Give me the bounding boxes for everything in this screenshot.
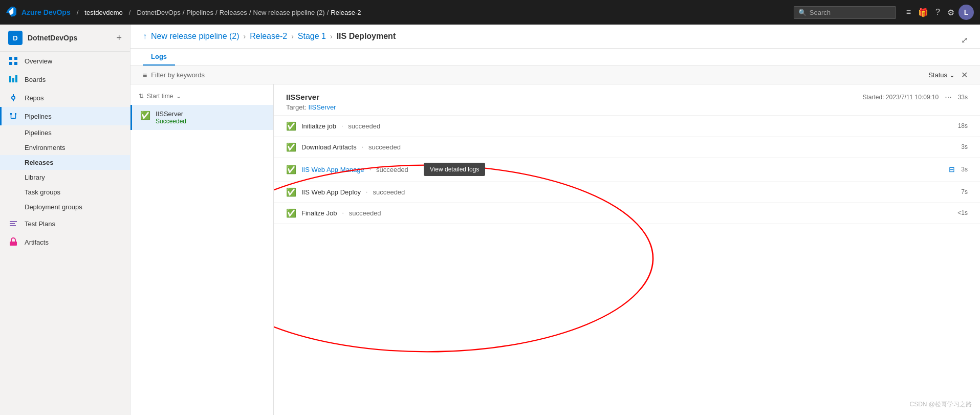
task-name-iis-deploy: IIS Web App Deploy xyxy=(301,188,361,196)
task-name-download: Download Artifacts xyxy=(301,143,357,151)
svg-rect-14 xyxy=(10,242,17,246)
breadcrumb-pipelines[interactable]: Pipelines xyxy=(186,9,213,16)
page-breadcrumb: ↑ New release pipeline (2) › Release-2 ›… xyxy=(143,32,396,48)
breadcrumb-releases[interactable]: Releases xyxy=(220,9,247,16)
page-header: ↑ New release pipeline (2) › Release-2 ›… xyxy=(130,25,980,49)
sidebar-item-repos-label: Repos xyxy=(25,94,44,102)
sidebar-item-overview[interactable]: Overview xyxy=(0,52,130,70)
azure-devops-logo[interactable]: Azure DevOps xyxy=(6,7,71,18)
sort-icon: ⇅ xyxy=(139,93,144,100)
task-duration-download: 3s xyxy=(961,143,968,150)
content-area: ⇅ Start time ⌄ ✅ IISServer Succeeded IIS… xyxy=(130,84,980,415)
task-left-download: ✅ Download Artifacts · succeeded xyxy=(286,142,401,152)
filter-icon: ≡ xyxy=(143,71,147,79)
expand-icon[interactable]: ⤢ xyxy=(961,35,968,45)
sidebar-subitem-deployment-groups[interactable]: Deployment groups xyxy=(0,200,130,214)
filter-bar: ≡ Filter by keywords Status ⌄ ✕ xyxy=(130,66,980,84)
sidebar-subitem-releases-label: Releases xyxy=(25,159,53,166)
breadcrumb-iis-deployment: IIS Deployment xyxy=(337,32,396,41)
svg-rect-6 xyxy=(15,75,17,82)
sidebar-subitem-releases[interactable]: Releases xyxy=(0,155,130,170)
job-item-iisserver[interactable]: ✅ IISServer Succeeded xyxy=(130,105,273,130)
task-left-iis-manage: ✅ IIS Web App Manage · succeeded View de… xyxy=(286,163,475,176)
org-icon: D xyxy=(8,31,23,45)
svg-rect-1 xyxy=(14,57,17,60)
sidebar-item-artifacts-label: Artifacts xyxy=(25,238,49,246)
topbar-breadcrumb: DotnetDevOps / Pipelines / Releases / Ne… xyxy=(137,9,361,16)
sidebar-item-boards[interactable]: Boards xyxy=(0,70,130,89)
task-row-initialize[interactable]: ✅ Initialize job · succeeded 18s xyxy=(274,116,980,137)
settings-icon[interactable]: ⚙ xyxy=(947,8,954,17)
search-box[interactable]: 🔍 xyxy=(794,6,896,19)
task-success-icon: ✅ xyxy=(286,121,296,131)
search-input[interactable] xyxy=(810,9,881,16)
panel-header: IISServer Target: IISServer Started: 202… xyxy=(274,84,980,116)
sidebar-subitem-pipelines[interactable]: Pipelines xyxy=(0,125,130,140)
sidebar-item-pipelines[interactable]: Pipelines xyxy=(0,107,130,125)
add-org-button[interactable]: + xyxy=(116,33,122,43)
sidebar-subitems: Pipelines Environments Releases Library … xyxy=(0,125,130,214)
breadcrumb-pipeline[interactable]: New release pipeline (2) xyxy=(151,32,239,41)
logo-text: Azure DevOps xyxy=(21,8,71,16)
breadcrumb-stage1[interactable]: Stage 1 xyxy=(298,32,326,41)
artifacts-icon xyxy=(8,237,18,247)
search-icon: 🔍 xyxy=(798,9,807,16)
sidebar-org-name: DotnetDevOps xyxy=(28,34,111,42)
sort-bar[interactable]: ⇅ Start time ⌄ xyxy=(130,91,273,105)
task-row-finalize[interactable]: ✅ Finalize Job · succeeded <1s xyxy=(274,203,980,224)
task-name-iis-manage[interactable]: IIS Web App Manage xyxy=(301,166,364,173)
filter-label: Filter by keywords xyxy=(151,71,205,79)
breadcrumb-release2[interactable]: Release-2 xyxy=(250,32,287,41)
sidebar-item-repos[interactable]: Repos xyxy=(0,89,130,107)
sidebar-item-test-plans[interactable]: Test Plans xyxy=(0,214,130,233)
status-dropdown[interactable]: Status ⌄ xyxy=(928,71,955,79)
task-row-download[interactable]: ✅ Download Artifacts · succeeded 3s xyxy=(274,137,980,158)
task-success-icon-finalize: ✅ xyxy=(286,208,296,218)
task-details-panel: IISServer Target: IISServer Started: 202… xyxy=(274,84,980,415)
target-link[interactable]: IISServer xyxy=(308,103,336,111)
task-status-download: succeeded xyxy=(368,143,401,151)
sidebar-subitem-task-groups[interactable]: Task groups xyxy=(0,185,130,200)
sidebar-item-artifacts[interactable]: Artifacts xyxy=(0,233,130,251)
pipelines-icon xyxy=(8,111,18,121)
tab-logs[interactable]: Logs xyxy=(143,49,175,65)
task-row-iis-manage[interactable]: ✅ IIS Web App Manage · succeeded View de… xyxy=(274,158,980,182)
panel-more-button[interactable]: ··· xyxy=(945,93,951,102)
filter-close-button[interactable]: ✕ xyxy=(961,70,968,80)
job-success-icon: ✅ xyxy=(140,111,150,120)
filter-right: Status ⌄ ✕ xyxy=(928,70,968,80)
help-icon[interactable]: ? xyxy=(935,8,940,17)
overview-icon xyxy=(8,56,18,66)
task-row-iis-deploy[interactable]: ✅ IIS Web App Deploy · succeeded 7s xyxy=(274,182,980,203)
sidebar-subitem-library[interactable]: Library xyxy=(0,170,130,185)
svg-point-7 xyxy=(12,96,15,99)
svg-rect-0 xyxy=(9,57,12,60)
breadcrumb-dotnetdevops[interactable]: DotnetDevOps xyxy=(137,9,180,16)
task-duration-iis-manage: 3s xyxy=(961,166,968,173)
sort-chevron: ⌄ xyxy=(176,93,181,100)
task-duration-iis-deploy: 7s xyxy=(961,188,968,195)
sidebar-subitem-environments[interactable]: Environments xyxy=(0,140,130,155)
gift-icon[interactable]: 🎁 xyxy=(918,8,928,17)
sidebar-subitem-environments-label: Environments xyxy=(25,144,65,151)
task-status-iis-deploy: succeeded xyxy=(373,188,405,196)
sidebar-header: D DotnetDevOps + xyxy=(0,25,130,52)
breadcrumb-pipeline-name[interactable]: New release pipeline (2) xyxy=(253,9,325,16)
svg-rect-2 xyxy=(9,62,12,65)
list-icon[interactable]: ≡ xyxy=(906,8,911,17)
panel-title: IISServer xyxy=(286,93,336,101)
view-detailed-logs-tooltip: View detailed logs xyxy=(424,163,486,176)
avatar[interactable]: L xyxy=(959,5,974,20)
view-log-icon[interactable]: ⊟ xyxy=(949,165,955,173)
task-status-initialize: succeeded xyxy=(348,122,380,130)
task-left-initialize: ✅ Initialize job · succeeded xyxy=(286,121,380,131)
pipeline-icon: ↑ xyxy=(143,32,147,41)
panel-started-time: Started: 2023/7/11 10:09:10 xyxy=(863,94,939,101)
sidebar-subitem-deployment-groups-label: Deployment groups xyxy=(25,203,82,211)
task-success-icon-download: ✅ xyxy=(286,142,296,152)
job-info: IISServer Succeeded xyxy=(156,110,186,125)
target-label: Target: xyxy=(286,103,307,111)
org-name[interactable]: testdevdemo xyxy=(84,9,122,16)
status-label: Status xyxy=(928,71,947,79)
sidebar-subitem-library-label: Library xyxy=(25,173,45,181)
